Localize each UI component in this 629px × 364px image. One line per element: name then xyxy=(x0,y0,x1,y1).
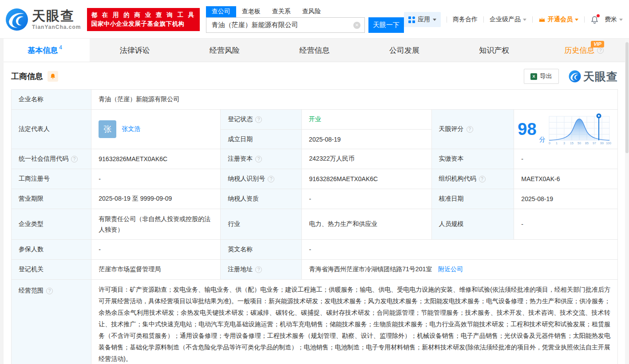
table-row: 登记状态 开业 xyxy=(221,110,431,129)
field-value-reg-address: 青海省海西州茫崖市冷湖镇团结路71号201室 附近公司 xyxy=(302,260,618,280)
scrollbar-thumb[interactable] xyxy=(625,42,629,153)
field-label-establish-date: 成立日期 xyxy=(221,130,302,149)
field-value-staff-size: - xyxy=(514,209,618,240)
help-icon[interactable] xyxy=(467,126,473,133)
field-value-business-term: 2025-08-19 至 9999-09-09 xyxy=(91,189,221,209)
field-label-reg-number: 工商注册号 xyxy=(12,169,91,189)
field-value-reg-number: - xyxy=(91,169,221,189)
search-tab-risk[interactable]: 查风险 xyxy=(297,6,327,17)
section-title: 工商信息 xyxy=(11,71,43,82)
apps-menu[interactable]: 应用 xyxy=(404,12,441,27)
watermark-logo-icon xyxy=(569,70,581,83)
field-value-tyc-score: 98 分 xyxy=(514,110,618,149)
field-value-paid-capital: - xyxy=(514,149,618,169)
search-tab-relation[interactable]: 查关系 xyxy=(266,6,297,17)
tab-operational-risk[interactable]: 经营风险 xyxy=(180,39,269,62)
chevron-down-icon xyxy=(523,19,526,21)
tab-basic-info-count: 4 xyxy=(59,44,62,51)
svg-text:15: 15 xyxy=(570,142,574,145)
field-value-reg-authority: 茫崖市市场监督管理局 xyxy=(91,260,221,280)
apps-label: 应用 xyxy=(418,16,430,24)
score-distribution-chart: 0 1 3 15 50 85 97 99 100 xyxy=(548,113,611,146)
field-label-reg-authority: 登记机关 xyxy=(12,260,91,280)
svg-text:0: 0 xyxy=(549,142,550,145)
svg-text:99: 99 xyxy=(600,142,604,145)
table-row: 企业名称 青油（茫崖）新能源有限公司 xyxy=(12,90,618,110)
field-value-reg-status: 开业 xyxy=(302,110,431,129)
slogan-banner: 都 在 用 的 商 业 查 询 工 具 国家中小企业发展子基金旗下机构 xyxy=(87,8,199,31)
field-label-taxpayer-id: 纳税人识别号 xyxy=(221,169,302,189)
open-vip-menu[interactable]: 开通会员 xyxy=(538,16,578,24)
nav-divider xyxy=(532,16,533,23)
search-input[interactable] xyxy=(206,17,365,33)
user-menu[interactable]: 费米 xyxy=(605,16,623,24)
brand-domain: TianYanCha.com xyxy=(32,24,81,30)
tab-history-info[interactable]: VIP 历史信息 xyxy=(539,39,629,62)
tab-company-development[interactable]: 公司发展 xyxy=(360,39,449,62)
slogan-line1: 都 在 用 的 商 业 查 询 工 具 xyxy=(91,11,195,20)
page-edge-left xyxy=(0,39,4,364)
field-label-credit-code: 统一社会信用代码 xyxy=(12,149,91,169)
field-label-company-name: 企业名称 xyxy=(12,90,91,110)
tab-basic-info[interactable]: 基本信息 4 xyxy=(0,39,90,62)
help-icon[interactable] xyxy=(255,266,262,273)
vip-badge: VIP xyxy=(591,41,604,47)
clear-search-icon[interactable] xyxy=(353,22,360,29)
field-label-english-name: 英文名称 xyxy=(221,240,302,260)
help-icon[interactable] xyxy=(597,47,604,54)
notifications-button[interactable] xyxy=(590,16,599,24)
chevron-down-icon xyxy=(619,19,623,21)
top-header: 天眼查 TianYanCha.com 都 在 用 的 商 业 查 询 工 具 国… xyxy=(0,0,629,38)
enterprise-products-menu[interactable]: 企业级产品 xyxy=(490,16,526,24)
table-row: 企业类型 有限责任公司（非自然人投资或控股的法人独资） 行业 电力、热力生产和供… xyxy=(12,209,618,240)
field-value-taxpayer-qualification: - xyxy=(302,189,431,209)
section-header: 工商信息 导出 天眼查 xyxy=(11,69,618,84)
help-icon[interactable] xyxy=(255,156,262,162)
tab-business-info[interactable]: 经营信息 xyxy=(269,39,359,62)
crown-icon xyxy=(538,16,546,23)
help-icon[interactable] xyxy=(268,176,274,182)
field-label-paid-capital: 实缴资本 xyxy=(431,149,514,169)
nav-divider xyxy=(447,16,447,23)
field-value-establish-date: 2025-08-19 xyxy=(302,130,431,149)
field-value-company-type: 有限责任公司（非自然人投资或控股的法人独资） xyxy=(91,209,221,240)
field-value-insured-count: - xyxy=(91,240,221,260)
search-tab-company[interactable]: 查公司 xyxy=(206,6,236,17)
search-tab-boss[interactable]: 查老板 xyxy=(236,6,266,17)
help-icon[interactable] xyxy=(71,156,78,162)
export-button[interactable]: 导出 xyxy=(524,69,559,84)
help-icon[interactable] xyxy=(46,288,53,294)
field-label-taxpayer-qualification: 纳税人资质 xyxy=(221,189,302,209)
svg-text:3: 3 xyxy=(563,142,565,145)
field-value-english-name: - xyxy=(302,240,618,260)
field-label-tyc-score: 天眼评分 xyxy=(431,110,514,149)
search-tabs: 查公司 查老板 查关系 查风险 xyxy=(206,6,404,17)
field-label-industry: 行业 xyxy=(221,209,302,240)
legal-rep-avatar[interactable]: 张 xyxy=(99,120,116,138)
tab-intellectual-property[interactable]: 知识产权 xyxy=(449,39,539,62)
enterprise-products-label: 企业级产品 xyxy=(490,16,521,24)
field-value-org-code: MAETX0AK-6 xyxy=(514,169,618,189)
watermark-text: 天眼查 xyxy=(583,69,618,84)
monitor-bell-button[interactable] xyxy=(47,71,58,82)
export-label: 导出 xyxy=(540,72,552,80)
business-cooperation-link[interactable]: 商务合作 xyxy=(453,16,478,24)
help-icon[interactable] xyxy=(479,176,486,182)
brand-name: 天眼查 xyxy=(32,9,81,23)
help-icon[interactable] xyxy=(255,116,262,123)
tab-legal-proceedings[interactable]: 法律诉讼 xyxy=(90,39,179,62)
tianyancha-logo[interactable]: 天眼查 TianYanCha.com xyxy=(5,8,81,31)
legal-rep-link[interactable]: 张文浩 xyxy=(122,125,140,133)
svg-text:85: 85 xyxy=(585,142,589,145)
field-value-credit-code: 91632826MAETX0AK6C xyxy=(91,149,221,169)
slogan-line2: 国家中小企业发展子基金旗下机构 xyxy=(91,20,195,28)
table-row: 参保人数 - 英文名称 - xyxy=(12,240,618,260)
search-button[interactable]: 天眼一下 xyxy=(368,17,404,33)
field-label-reg-status: 登记状态 xyxy=(221,110,302,129)
nearby-companies-link[interactable]: 附近公司 xyxy=(438,265,463,273)
svg-text:97: 97 xyxy=(593,142,596,145)
field-label-legal-rep: 法定代表人 xyxy=(12,110,91,149)
field-label-staff-size: 人员规模 xyxy=(431,209,514,240)
table-row: 经营范围 许可项目：矿产资源勘查；发电业务、输电业务、供（配）电业务；建设工程施… xyxy=(12,280,618,364)
field-label-business-scope: 经营范围 xyxy=(12,280,91,364)
